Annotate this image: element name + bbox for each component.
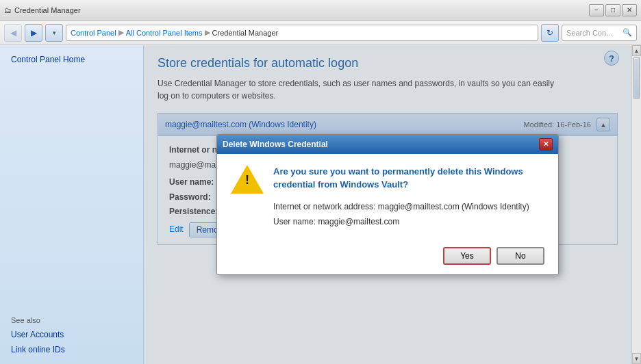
sidebar-item-control-panel-home[interactable]: Control Panel Home bbox=[0, 52, 143, 67]
close-button[interactable]: ✕ bbox=[622, 4, 637, 16]
scroll-up-button[interactable]: ▲ bbox=[632, 45, 641, 56]
maximize-button[interactable]: □ bbox=[605, 4, 620, 16]
scroll-track[interactable] bbox=[632, 56, 641, 353]
address-bar: ◀ ▶ ▾ Control Panel ▶ All Control Panel … bbox=[0, 21, 641, 45]
minimize-button[interactable]: − bbox=[589, 4, 604, 16]
scrollbar: ▲ ▼ bbox=[631, 45, 641, 364]
modal-body: ! Are you sure you want to permanently d… bbox=[217, 154, 558, 240]
modal-message-area: Are you sure you want to permanently del… bbox=[273, 165, 544, 229]
scroll-thumb[interactable] bbox=[633, 57, 640, 99]
search-text: Search Con... bbox=[566, 29, 620, 37]
search-box[interactable]: Search Con... 🔍 bbox=[562, 25, 637, 41]
modal-detail-address-value: maggie@mailtest.com (Windows Identity) bbox=[378, 202, 529, 211]
title-bar-left: 🗂 Credential Manager bbox=[4, 6, 81, 14]
breadcrumb-current: Credential Manager bbox=[212, 29, 279, 37]
title-bar: 🗂 Credential Manager − □ ✕ bbox=[0, 0, 641, 21]
breadcrumb-control-panel[interactable]: Control Panel bbox=[71, 29, 116, 37]
no-button[interactable]: No bbox=[497, 247, 544, 265]
back-button[interactable]: ◀ bbox=[4, 24, 22, 42]
modal-detail-user-value: maggie@mailtest.com bbox=[318, 217, 399, 226]
modal-titlebar: Delete Windows Credential ✕ bbox=[217, 135, 558, 154]
sidebar-see-also-label: See also bbox=[0, 305, 143, 327]
breadcrumb-all-items[interactable]: All Control Panel Items bbox=[126, 29, 203, 37]
modal-dialog: Delete Windows Credential ✕ ! Are you su… bbox=[216, 134, 559, 275]
content-area: ? Store credentials for automatic logon … bbox=[144, 45, 631, 364]
modal-footer: Yes No bbox=[217, 240, 558, 274]
modal-details: Internet or network address: maggie@mail… bbox=[273, 200, 544, 229]
sidebar-item-link-online-ids[interactable]: Link online IDs bbox=[0, 342, 143, 357]
main-layout: Control Panel Home See also User Account… bbox=[0, 45, 641, 364]
title-bar-controls: − □ ✕ bbox=[589, 4, 637, 16]
sidebar-item-user-accounts[interactable]: User Accounts bbox=[0, 327, 143, 342]
scroll-down-button[interactable]: ▼ bbox=[632, 353, 641, 364]
warning-icon: ! bbox=[231, 165, 264, 198]
modal-question: Are you sure you want to permanently del… bbox=[273, 165, 544, 192]
modal-close-button[interactable]: ✕ bbox=[539, 138, 553, 151]
window-title: Credential Manager bbox=[14, 6, 81, 14]
warning-exclaim-mark: ! bbox=[245, 173, 249, 187]
yes-button[interactable]: Yes bbox=[443, 247, 491, 265]
modal-overlay: Delete Windows Credential ✕ ! Are you su… bbox=[144, 45, 631, 364]
sidebar: Control Panel Home See also User Account… bbox=[0, 45, 144, 364]
modal-title: Delete Windows Credential bbox=[223, 140, 328, 149]
search-icon: 🔍 bbox=[623, 28, 632, 37]
breadcrumb: Control Panel ▶ All Control Panel Items … bbox=[66, 25, 538, 41]
forward-button[interactable]: ▶ bbox=[25, 24, 42, 42]
recent-pages-button[interactable]: ▾ bbox=[45, 24, 63, 42]
refresh-button[interactable]: ↻ bbox=[541, 24, 559, 42]
modal-detail-address-label: Internet or network address: bbox=[273, 202, 375, 211]
window-icon: 🗂 bbox=[4, 6, 12, 14]
modal-detail-user-label: User name: bbox=[273, 217, 316, 226]
